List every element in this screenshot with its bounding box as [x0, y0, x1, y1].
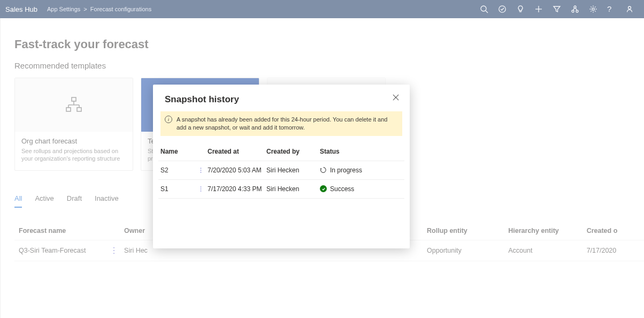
svg-point-33 [200, 170, 201, 171]
success-icon [320, 185, 327, 192]
snap-row-menu-icon[interactable] [197, 166, 204, 174]
snap-col-by: Created by [266, 148, 320, 155]
svg-point-36 [200, 188, 201, 190]
snap-col-name: Name [158, 148, 208, 155]
snap-row-menu-icon[interactable] [197, 185, 204, 193]
snap-name: S1 [160, 185, 168, 193]
in-progress-icon [320, 166, 327, 173]
snap-col-created: Created at [208, 148, 266, 155]
snap-status: In progress [330, 166, 362, 174]
snapshot-table: Name Created at Created by Status S2 7/2… [158, 142, 404, 199]
snap-col-status: Status [320, 148, 384, 155]
snap-row[interactable]: S2 7/20/2020 5:03 AM Siri Hecken In prog… [158, 161, 404, 180]
snap-created: 7/17/2020 4:33 PM [208, 185, 266, 193]
close-icon[interactable] [390, 92, 401, 103]
snap-by: Siri Hecken [266, 166, 320, 174]
snap-by: Siri Hecken [266, 185, 320, 193]
svg-point-32 [200, 168, 201, 169]
snap-name: S2 [160, 166, 168, 174]
snapshot-history-dialog: Snapshot history i A snapshot has alread… [153, 85, 410, 248]
svg-point-37 [200, 191, 201, 192]
dialog-title: Snapshot history [165, 94, 398, 105]
svg-point-35 [200, 186, 201, 187]
info-text: A snapshot has already been added for th… [177, 116, 387, 131]
info-icon: i [165, 116, 172, 123]
info-bar: i A snapshot has already been added for … [160, 111, 402, 136]
snap-created: 7/20/2020 5:03 AM [208, 166, 266, 174]
snap-status: Success [330, 185, 354, 193]
snap-header: Name Created at Created by Status [158, 142, 404, 161]
svg-point-34 [200, 172, 201, 173]
snap-row[interactable]: S1 7/17/2020 4:33 PM Siri Hecken Success [158, 180, 404, 199]
